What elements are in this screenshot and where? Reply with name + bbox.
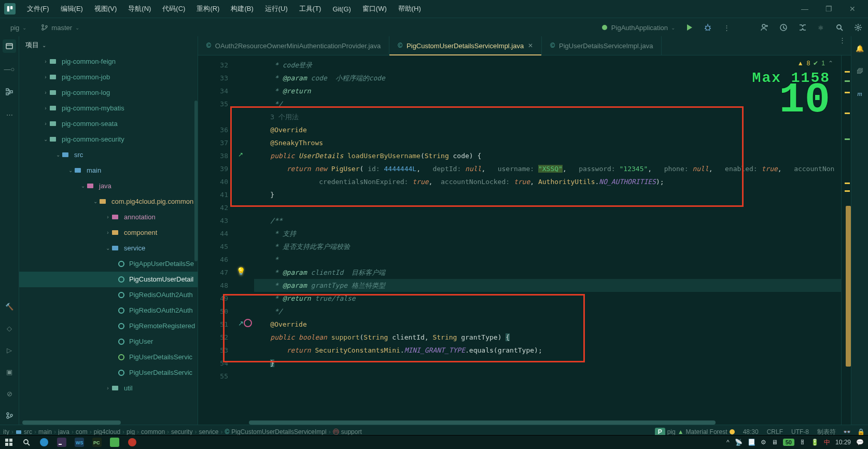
tab-menu[interactable]: ⋮ [834,36,851,55]
crumb[interactable]: © PigCustomUserDetailsServiceImpl [225,428,326,436]
code-with-me-icon[interactable] [760,23,769,32]
svg-rect-1 [10,6,12,9]
tray-clock[interactable]: 10:29 [835,439,851,446]
taskbar-app-green[interactable] [106,436,123,449]
debug-button[interactable] [703,23,712,32]
windows-start-button[interactable] [0,436,18,449]
terminal-tool-button[interactable]: ▣ [3,365,16,378]
crumb[interactable]: com [76,428,88,436]
run-button[interactable] [684,23,694,32]
tray-icon[interactable]: 🎚 [800,439,806,446]
maven-tool-button[interactable]: m [853,87,866,101]
tray-badge[interactable]: 50 [783,439,794,446]
taskbar-app-pycharm[interactable]: PC [88,436,106,449]
taskbar-app-intellij[interactable] [53,436,71,449]
crumb[interactable]: security [171,428,192,436]
svg-rect-48 [59,444,62,445]
menu-view[interactable]: 视图(V) [89,2,122,16]
caret-position[interactable]: 48:30 [743,428,759,436]
tree-scrollbar[interactable] [194,101,198,261]
crumb[interactable]: pig4cloud [94,428,120,436]
menu-code[interactable]: 代码(C) [157,2,190,16]
app-logo [4,3,16,15]
menu-refactor[interactable]: 重构(R) [191,2,225,16]
svg-rect-44 [9,443,12,446]
override-marker-icon[interactable]: ↗ [235,149,246,160]
tray-notifications[interactable]: 💬 [856,439,864,446]
crumb[interactable]: ity [3,428,9,436]
project-tool-button[interactable] [3,39,16,53]
crumb[interactable]: src [16,428,32,436]
crumb[interactable]: pig [127,428,135,436]
tray-icon[interactable]: ⚙ [761,439,766,446]
tray-arrow[interactable]: ^ [726,439,730,446]
search-everywhere-icon[interactable] [835,23,844,32]
more-tools-button[interactable]: ⋯ [3,108,16,121]
tray-icon[interactable]: 🖥 [772,439,778,446]
project-header[interactable]: 项目⌄ [19,36,198,54]
menu-tools[interactable]: 工具(T) [294,2,327,16]
crumb[interactable]: main [38,428,52,436]
menu-help[interactable]: 帮助(H) [393,2,426,16]
project-selector[interactable]: pig⌄ [5,22,32,33]
svg-point-5 [602,25,607,30]
toolbar: pig⌄ master⌄ PigAuthApplication⌄ ⋮ ⚛ [0,18,868,37]
tray-ime[interactable]: 中 [824,438,830,447]
tray-icon[interactable]: 🔋 [811,439,819,446]
menu-window[interactable]: 窗口(W) [357,2,392,16]
git-tool-button[interactable] [3,409,16,422]
build-tool-button[interactable]: 🔨 [3,300,16,313]
reader-mode-icon[interactable]: 👓 [843,428,851,436]
code-content[interactable]: * code登录 * @param code 小程序端的code * @retu… [254,55,841,425]
taskbar-app-edge[interactable] [35,436,53,449]
tray-icon[interactable]: 📡 [735,439,743,446]
search-icon[interactable] [18,436,35,449]
svg-rect-18 [50,59,56,64]
atom-icon[interactable]: ⚛ [816,23,825,32]
crumb[interactable]: java [58,428,69,436]
project-tree[interactable]: ›pig-common-feign›pig-common-job›pig-com… [19,54,198,425]
crumb[interactable]: common [141,428,165,436]
inspections-widget[interactable]: ▲8 ✔1 ⌃ [794,59,836,68]
close-tab-icon[interactable]: ✕ [528,42,533,49]
svg-point-10 [857,26,859,29]
tab-pigcustom[interactable]: © PigCustomUserDetailsServiceImpl.java ✕ [389,36,542,55]
crumb[interactable]: service [199,428,218,436]
structure-tool-button[interactable] [3,85,16,99]
menu-build[interactable]: 构建(B) [226,2,258,16]
git-branch-selector[interactable]: master⌄ [36,22,85,33]
svg-rect-14 [10,91,12,93]
menu-file[interactable]: 文件(F) [22,2,54,16]
lock-icon[interactable]: 🔒 [857,428,865,436]
tab-oauth2provider[interactable]: © OAuth2ResourceOwnerMiniAuthenticationP… [198,36,389,55]
run-config-selector[interactable]: PigAuthApplication⌄ [596,22,680,33]
file-encoding[interactable]: UTF-8 [791,428,809,436]
editor-minimap[interactable] [841,55,851,425]
notifications-button[interactable]: 🔔 [853,41,866,55]
status-theme[interactable]: ▲ Material Forest [678,428,727,436]
editor-scrollbar[interactable] [846,206,851,367]
intention-bulb-icon[interactable]: 💡 [235,266,246,276]
problems-tool-button[interactable]: ⊘ [3,387,16,400]
taskbar-app-red[interactable] [123,436,141,449]
run-tool-button[interactable]: ▷ [3,343,16,357]
breakpoint-indicator[interactable] [243,318,253,328]
taskbar-app-webstorm[interactable]: WS [71,436,88,449]
commit-tool-button[interactable]: —○ [3,62,16,76]
window-minimize[interactable]: — [797,5,812,13]
settings-icon[interactable] [853,23,863,32]
menu-edit[interactable]: 编辑(E) [55,2,88,16]
tab-piguserdetails[interactable]: © PigUserDetailsServiceImpl.java [542,36,662,55]
window-maximize[interactable]: ❐ [821,5,836,13]
tray-icon[interactable]: 📃 [748,439,755,446]
line-separator[interactable]: CRLF [767,428,783,436]
window-close[interactable]: ✕ [845,5,860,13]
bookmarks-tool-button[interactable]: ◇ [3,321,16,335]
menu-nav[interactable]: 导航(N) [123,2,156,16]
menu-run[interactable]: 运行(U) [260,2,293,16]
menu-git[interactable]: Git(G) [327,3,356,15]
ide-updates-icon[interactable] [779,23,788,32]
more-actions[interactable]: ⋮ [722,23,731,32]
settings-sync-icon[interactable] [797,23,807,32]
database-tool-button[interactable]: 🗊 [853,64,866,78]
